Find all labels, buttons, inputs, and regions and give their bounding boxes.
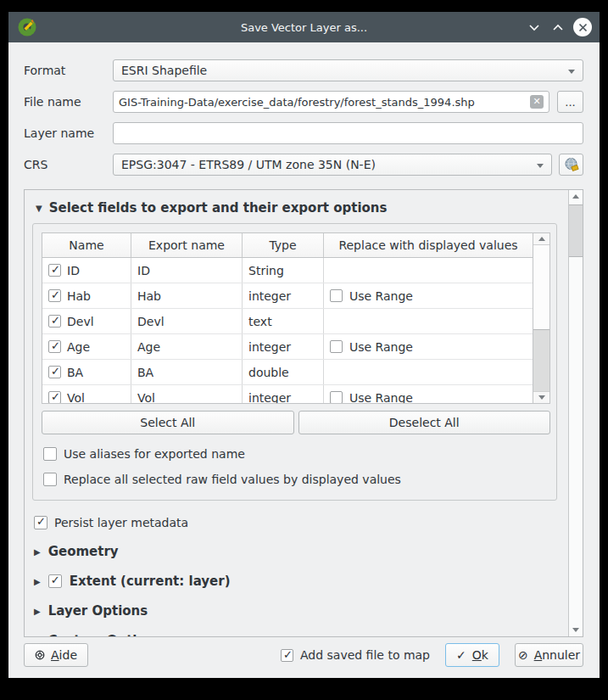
format-label: Format [24,64,113,77]
field-name: Age [67,340,90,354]
use-aliases-row: Use aliases for exported name [43,447,556,461]
cancel-button[interactable]: ⊘ Annuler [515,643,583,667]
persist-metadata-row: Persist layer metadata [34,516,568,529]
format-row: Format ESRI Shapefile [24,59,583,81]
clear-icon[interactable]: ✕ [530,95,544,109]
crs-select[interactable]: EPSG:3047 - ETRS89 / UTM zone 35N (N-E) [113,154,552,176]
table-row[interactable]: Age Age integer Use Range [42,334,533,360]
use-range-checkbox[interactable] [330,391,343,403]
extent-checkbox[interactable] [48,574,62,588]
use-range-checkbox[interactable] [330,289,343,302]
field-name: Devl [67,315,94,328]
field-replace-cell: Use Range [324,283,533,308]
file-name-row: File name GIS-Training-Data/exercise_dat… [24,91,583,113]
layer-name-row: Layer name [24,122,583,144]
field-replace-cell: Use Range [324,385,533,403]
fields-table-header: Name Export name Type Replace with displ… [42,233,533,258]
add-to-map-checkbox[interactable] [281,649,293,662]
ok-button[interactable]: ✓ Ok [445,643,499,667]
field-export-name[interactable]: ID [137,264,150,277]
fields-table-body: ID ID String Hab Hab integer Use Range D… [42,258,533,403]
form-area: Format ESRI Shapefile File name GIS-Trai… [8,42,600,176]
replace-raw-checkbox[interactable] [43,473,57,486]
table-scrollbar[interactable] [533,233,549,403]
file-name-label: File name [24,95,113,109]
use-aliases-checkbox[interactable] [43,447,57,461]
scroll-up-icon[interactable] [572,194,579,199]
crs-value: EPSG:3047 - ETRS89 / UTM zone 35N (N-E) [121,158,376,171]
scroll-down-icon[interactable] [572,628,579,632]
use-range-label: Use Range [349,391,413,404]
field-type: text [248,315,272,328]
column-header-export-name[interactable]: Export name [131,233,243,257]
field-type: integer [248,289,291,303]
field-type: integer [248,391,291,404]
field-checkbox[interactable] [48,391,61,403]
column-header-type[interactable]: Type [243,233,324,257]
replace-raw-row: Replace all selected raw field values by… [43,473,556,486]
use-range-checkbox[interactable] [330,340,343,353]
format-select[interactable]: ESRI Shapefile [113,59,583,81]
chevron-down-icon [537,164,544,168]
extent-section[interactable]: ▶ Extent (current: layer) [34,574,568,589]
footer-bar: Aide Add saved file to map ✓ Ok ⊘ Annule… [8,637,600,678]
field-checkbox[interactable] [48,315,61,328]
table-row[interactable]: Devl Devl text [42,309,533,334]
table-row[interactable]: Vol Vol integer Use Range [42,385,533,403]
field-export-name[interactable]: BA [137,366,153,379]
field-type: String [248,264,284,277]
triangle-right-icon: ▶ [34,607,41,616]
column-header-replace[interactable]: Replace with displayed values [324,233,533,257]
column-header-name[interactable]: Name [42,233,131,257]
deselect-all-button[interactable]: Deselect All [298,411,551,434]
scrollbar-thumb[interactable] [533,245,549,330]
layer-name-input[interactable] [113,122,583,144]
file-name-value: GIS-Training-Data/exercise_data/forestry… [119,96,525,109]
custom-options-section[interactable]: ▶ Custom Options [34,633,568,636]
field-checkbox[interactable] [48,366,61,378]
fields-section-header[interactable]: ▼ Select fields to export and their expo… [36,200,568,216]
file-name-input[interactable]: GIS-Training-Data/exercise_data/forestry… [113,91,549,113]
dialog-scrollbar[interactable] [568,190,583,636]
geometry-section[interactable]: ▶ Geometry [34,544,568,559]
layer-options-section[interactable]: ▶ Layer Options [34,603,568,619]
persist-metadata-label: Persist layer metadata [54,516,188,529]
field-export-name[interactable]: Vol [137,391,155,404]
field-name: Vol [67,391,85,404]
field-checkbox[interactable] [48,264,61,277]
field-replace-cell [324,258,533,283]
add-to-map-row: Add saved file to map [281,648,430,662]
triangle-down-icon: ▼ [36,204,42,213]
minimize-icon[interactable] [526,19,543,36]
table-row[interactable]: BA BA double [42,360,533,385]
crs-label: CRS [24,158,113,171]
field-checkbox[interactable] [48,340,61,353]
field-checkbox[interactable] [48,289,61,302]
browse-button[interactable]: ... [557,91,583,113]
titlebar[interactable]: Save Vector Layer as... [8,12,600,42]
maximize-icon[interactable] [549,19,566,36]
scrollbar-thumb[interactable] [569,204,583,257]
use-range-label: Use Range [349,289,413,303]
scroll-up-icon[interactable] [533,233,549,245]
field-name: Hab [67,289,91,303]
select-all-button[interactable]: Select All [42,411,294,434]
field-export-name[interactable]: Age [137,340,160,354]
close-icon[interactable] [573,18,592,36]
help-button[interactable]: Aide [24,643,88,667]
triangle-right-icon: ▶ [34,547,41,557]
save-vector-layer-dialog: Save Vector Layer as... Format ESRI Shap… [8,12,600,678]
field-export-name[interactable]: Hab [137,289,161,303]
cancel-label: Annuler [534,648,580,662]
field-name: ID [67,264,80,277]
layer-options-label: Layer Options [48,603,148,619]
field-type: double [248,366,289,379]
scroll-down-icon[interactable] [533,391,549,403]
field-type: integer [248,340,291,354]
crs-picker-button[interactable] [559,154,583,176]
field-export-name[interactable]: Devl [137,315,165,328]
table-row[interactable]: Hab Hab integer Use Range [42,283,533,309]
check-icon: ✓ [456,649,466,661]
table-row[interactable]: ID ID String [42,258,533,283]
persist-metadata-checkbox[interactable] [34,516,47,529]
